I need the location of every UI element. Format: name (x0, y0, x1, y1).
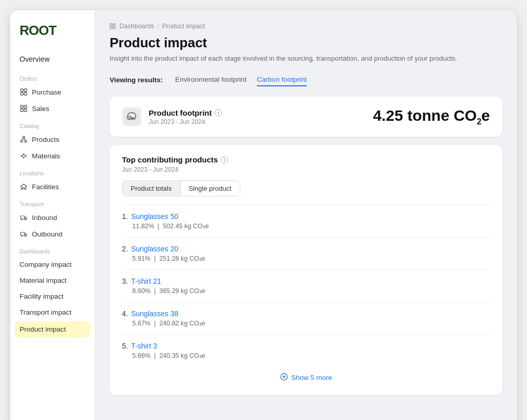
product-name-4[interactable]: Sunglasses 38 (131, 309, 179, 318)
product-rank-1: 1. (122, 212, 128, 221)
svg-line-19 (24, 156, 25, 157)
sidebar-item-materials-label: Materials (32, 152, 60, 160)
svg-rect-7 (24, 109, 27, 112)
svg-line-17 (22, 155, 23, 155)
sidebar-item-transport-impact[interactable]: Transport impact (10, 304, 95, 320)
tab-carbon[interactable]: Carbon footprint (257, 74, 307, 86)
show-more-label: Show 5 more (291, 374, 332, 381)
sidebar-item-sales-label: Sales (32, 105, 49, 113)
sidebar-item-inbound[interactable]: Inbound (10, 209, 95, 226)
product-rank-name-2: 2. Sunglasses 20 (122, 245, 490, 253)
product-rank-name-3: 3. T-shirt 21 (122, 277, 490, 285)
sidebar-item-materials[interactable]: Materials (10, 148, 95, 164)
product-stats-5: 5.66% | 240.35 kg CO₂e (122, 352, 490, 359)
product-rank-4: 4. (122, 309, 128, 318)
toggle-product-totals[interactable]: Product totals (122, 181, 181, 196)
product-item-4: 4. Sunglasses 38 5.67% | 240.82 kg CO₂e (122, 302, 490, 334)
svg-point-8 (23, 136, 25, 138)
sidebar-item-facility-impact[interactable]: Facility impact (10, 288, 95, 304)
main-content: Dashboards / Product impact Product impa… (95, 10, 517, 420)
svg-line-11 (22, 138, 24, 140)
svg-point-22 (21, 219, 22, 220)
sidebar-item-facilities-label: Facilities (32, 183, 59, 191)
footprint-title: Product footprint i (149, 108, 222, 117)
sidebar-item-overview[interactable]: Overview (10, 51, 95, 69)
svg-point-9 (21, 140, 23, 142)
svg-point-23 (25, 219, 26, 220)
sidebar-item-facilities[interactable]: Facilities (10, 178, 95, 195)
sidebar-item-purchase-label: Purchase (32, 88, 61, 96)
page-title: Product impact (110, 35, 502, 51)
footprint-info: Product footprint i Jun 2023 - Jun 2024 (149, 108, 222, 125)
product-list: 1. Sunglasses 50 11.82% | 502.45 kg CO₂e… (122, 205, 490, 367)
co2-icon: CO₂ (122, 107, 142, 126)
sidebar: ROOT Overview Orders Purchase (10, 10, 95, 420)
sidebar-item-inbound-label: Inbound (32, 214, 57, 222)
truck-inbound-icon (20, 213, 28, 222)
product-stats-2: 5.91% | 251.28 kg CO₂e (122, 254, 490, 262)
tab-environmental[interactable]: Environmental footprint (175, 74, 247, 86)
sidebar-item-product-impact[interactable]: Product impact (14, 321, 91, 337)
contributing-info-icon[interactable]: i (221, 156, 228, 163)
svg-rect-21 (21, 216, 25, 219)
svg-point-10 (25, 140, 27, 142)
sidebar-item-sales[interactable]: Sales (10, 100, 95, 117)
footprint-info-icon[interactable]: i (215, 109, 222, 116)
breadcrumb-parent: Dashboards (119, 23, 154, 30)
svg-rect-28 (113, 24, 115, 26)
svg-rect-6 (21, 109, 23, 112)
sidebar-item-purchase[interactable]: Purchase (10, 84, 95, 100)
sidebar-item-material-impact[interactable]: Material impact (10, 272, 95, 288)
grid-icon-sales (20, 104, 28, 113)
sidebar-item-outbound[interactable]: Outbound (10, 226, 95, 242)
product-stats-3: 8.60% | 365.29 kg CO₂e (122, 287, 490, 295)
svg-line-12 (24, 138, 26, 140)
svg-rect-27 (110, 24, 112, 26)
product-stats-1: 11.82% | 502.45 kg CO₂e (122, 222, 490, 230)
home-icon (20, 182, 28, 191)
svg-rect-29 (110, 27, 112, 29)
sidebar-item-company-impact[interactable]: Company impact (10, 257, 95, 272)
breadcrumb: Dashboards / Product impact (110, 23, 502, 30)
svg-rect-4 (21, 105, 23, 108)
product-rank-name-4: 4. Sunglasses 38 (122, 309, 490, 318)
sidebar-item-outbound-label: Outbound (32, 230, 62, 238)
svg-rect-5 (24, 105, 27, 108)
svg-point-25 (21, 235, 22, 236)
svg-rect-1 (24, 89, 27, 92)
svg-rect-0 (21, 89, 23, 92)
product-stats-4: 5.67% | 240.82 kg CO₂e (122, 319, 490, 327)
product-rank-3: 3. (122, 277, 128, 285)
footprint-value: 4.25 tonne CO2e (373, 107, 490, 126)
section-date: Jun 2023 - Jun 2024 (122, 166, 490, 173)
product-item-5: 5. T-shirt 3 5.66% | 240.35 kg CO₂e (122, 334, 490, 367)
sidebar-section-locations: Locations (10, 164, 95, 178)
product-name-2[interactable]: Sunglasses 20 (131, 245, 179, 253)
svg-rect-3 (24, 93, 27, 95)
svg-point-26 (25, 235, 26, 236)
sidebar-section-dashboards: Dashboards (10, 242, 95, 257)
product-name-3[interactable]: T-shirt 21 (131, 277, 161, 285)
footprint-left: CO₂ Product footprint i Jun 2023 - Jun 2… (122, 107, 222, 126)
section-title: Top contributing products i (122, 155, 490, 164)
sidebar-item-company-impact-label: Company impact (20, 261, 72, 268)
svg-text:CO₂: CO₂ (128, 117, 135, 120)
show-more-button[interactable]: Show 5 more (122, 367, 490, 385)
product-rank-name-1: 1. Sunglasses 50 (122, 212, 490, 221)
product-rank-2: 2. (122, 245, 128, 253)
toggle-single-product[interactable]: Single product (181, 181, 240, 196)
sidebar-section-orders: Orders (10, 69, 95, 84)
svg-point-16 (23, 157, 25, 158)
product-name-5[interactable]: T-shirt 3 (131, 342, 157, 350)
product-item-3: 3. T-shirt 21 8.60% | 365.29 kg CO₂e (122, 269, 490, 302)
sidebar-item-products[interactable]: Products (10, 131, 95, 148)
show-more-icon (280, 373, 288, 382)
svg-rect-30 (113, 27, 115, 29)
product-name-1[interactable]: Sunglasses 50 (131, 212, 179, 221)
svg-point-14 (23, 154, 25, 155)
footprint-date: Jun 2023 - Jun 2024 (149, 118, 222, 125)
footprint-card: CO₂ Product footprint i Jun 2023 - Jun 2… (110, 97, 502, 137)
sidebar-item-material-impact-label: Material impact (20, 277, 67, 284)
product-rank-name-5: 5. T-shirt 3 (122, 342, 490, 350)
tabs-row: Viewing results: Environmental footprint… (110, 74, 502, 86)
